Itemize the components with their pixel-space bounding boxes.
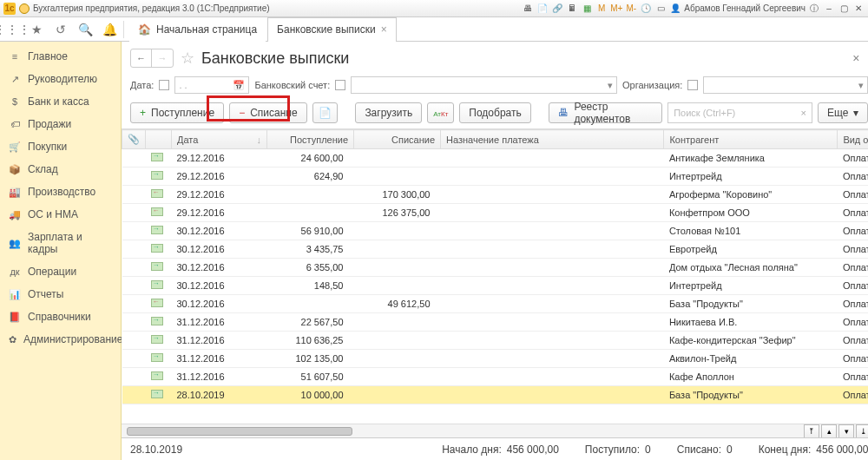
- cell-contr: Интертрейд: [664, 277, 838, 295]
- sidebar-item-reports[interactable]: 📊Отчеты: [0, 283, 121, 306]
- m-plus-icon[interactable]: M+: [610, 3, 622, 15]
- sidebar-item-assets[interactable]: 🚚ОС и НМА: [0, 203, 121, 226]
- maximize-icon[interactable]: ▢: [838, 3, 850, 15]
- scroll-down-button[interactable]: ▾: [838, 424, 854, 438]
- refresh-button[interactable]: 📄: [312, 102, 338, 123]
- m-minus-icon[interactable]: M-: [625, 3, 637, 15]
- add-expense-button[interactable]: −Списание: [229, 102, 307, 123]
- table-row[interactable]: 30.12.201649 612,50База "Продукты"Оплат: [122, 295, 869, 313]
- table-row[interactable]: 31.12.2016110 636,25Кафе-кондитерская "З…: [122, 332, 869, 350]
- cell-contr: Аквилон-Трейд: [664, 350, 838, 368]
- col-icon[interactable]: [146, 130, 172, 149]
- close-window-icon[interactable]: ✕: [852, 3, 865, 15]
- org-checkbox[interactable]: [687, 80, 698, 90]
- cell-purpose: [441, 332, 664, 350]
- clock-icon[interactable]: 🕓: [640, 3, 652, 15]
- sidebar-item-refs[interactable]: 📕Справочники: [0, 306, 121, 328]
- sidebar-item-manager[interactable]: ↗Руководителю: [0, 68, 121, 90]
- cell-purpose: [441, 313, 664, 332]
- sidebar-item-admin[interactable]: ✿Администрирование: [0, 328, 121, 351]
- cell-purpose: [441, 149, 664, 168]
- statements-table[interactable]: 📎 Дата ↓ Поступление Списание Назначение…: [122, 129, 868, 404]
- bell-icon[interactable]: 🔔: [97, 17, 122, 42]
- minimize-icon[interactable]: –: [823, 3, 835, 15]
- col-purpose[interactable]: Назначение платежа: [441, 130, 664, 149]
- cell-op: Оплат: [838, 168, 868, 186]
- table-row[interactable]: 29.12.201624 600,00Антикафе ЗемляникаОпл…: [122, 149, 869, 168]
- calc-icon[interactable]: 🖩: [566, 3, 578, 15]
- tab-home[interactable]: 🏠 Начальная страница: [129, 17, 266, 42]
- sidebar-item-label: Зарплата и кадры: [28, 231, 112, 255]
- scroll-top-button[interactable]: ⤒: [804, 424, 819, 438]
- sidebar-item-bank[interactable]: $Банк и касса: [0, 90, 121, 113]
- nav-back[interactable]: ←: [131, 49, 152, 67]
- acct-checkbox[interactable]: [335, 80, 345, 90]
- col-out[interactable]: Списание: [354, 130, 441, 149]
- sidebar-item-stock[interactable]: 📦Склад: [0, 158, 121, 181]
- table-row[interactable]: 30.12.2016148,50ИнтертрейдОплат: [122, 277, 869, 295]
- history-icon[interactable]: ↺: [49, 17, 73, 42]
- col-in[interactable]: Поступление: [267, 130, 354, 149]
- date-input[interactable]: . .📅: [174, 76, 249, 94]
- tab-close-icon[interactable]: ×: [381, 23, 387, 36]
- col-attach[interactable]: 📎: [122, 130, 146, 149]
- org-select[interactable]: ▾: [703, 76, 868, 94]
- favorite-icon[interactable]: ★: [24, 17, 49, 42]
- sidebar-item-prod[interactable]: 🏭Производство: [0, 181, 121, 203]
- start-label: Начало дня:: [442, 444, 502, 456]
- dtkt-button[interactable]: АтКт: [427, 102, 454, 123]
- load-button[interactable]: Загрузить: [355, 102, 422, 123]
- table-row[interactable]: 29.12.2016126 375,00Конфетпром ООООплат: [122, 204, 869, 222]
- app-title: Бухгалтерия предприятия, редакция 3.0 (1…: [33, 3, 270, 13]
- sidebar-item-buy[interactable]: 🛒Покупки: [0, 135, 121, 158]
- table-row[interactable]: 31.12.2016102 135,00Аквилон-ТрейдОплат: [122, 350, 869, 368]
- nav-fwd[interactable]: →: [152, 49, 173, 67]
- print-icon[interactable]: 🖶: [522, 3, 534, 15]
- tab-bank-statements[interactable]: Банковские выписки ×: [267, 17, 397, 42]
- sidebar-item-sales[interactable]: 🏷Продажи: [0, 113, 121, 135]
- table-row[interactable]: 29.12.2016170 300,00Агроферма "Коровино"…: [122, 186, 869, 204]
- scroll-bottom-button[interactable]: ⤓: [856, 424, 868, 438]
- sidebar-item-label: Склад: [28, 163, 58, 175]
- apps-icon[interactable]: ⋮⋮⋮: [0, 17, 24, 42]
- add-income-button[interactable]: +Поступление: [130, 102, 224, 123]
- calendar-icon[interactable]: ▦: [581, 3, 593, 15]
- search-icon[interactable]: 🔍: [73, 17, 97, 42]
- save-icon[interactable]: 📄: [536, 3, 549, 15]
- sidebar-item-main[interactable]: ≡Главное: [0, 45, 121, 68]
- table-row[interactable]: 30.12.20163 435,75ЕвротрейдОплат: [122, 240, 869, 259]
- sidebar-item-ops[interactable]: дкОперации: [0, 260, 121, 283]
- table-row[interactable]: 29.12.2016624,90ИнтертрейдОплат: [122, 168, 869, 186]
- filter-row: Дата: . .📅 Банковский счет: ▾ Организаци…: [122, 73, 868, 97]
- sidebar-item-hr[interactable]: 👥Зарплата и кадры: [0, 226, 121, 260]
- close-page-icon[interactable]: ×: [852, 51, 859, 65]
- scroll-up-button[interactable]: ▴: [821, 424, 837, 438]
- col-contr[interactable]: Контрагент: [664, 130, 838, 149]
- app-menu-icon[interactable]: [19, 3, 30, 14]
- more-button[interactable]: Еще▾: [818, 102, 868, 123]
- scroll-thumb[interactable]: [127, 427, 352, 436]
- col-date[interactable]: Дата ↓: [172, 130, 267, 149]
- acct-select[interactable]: ▾: [351, 76, 617, 94]
- pick-button[interactable]: Подобрать: [459, 102, 530, 123]
- cell-out: [354, 313, 441, 332]
- info-icon[interactable]: ⓘ: [808, 3, 820, 15]
- date-checkbox[interactable]: [159, 80, 169, 90]
- col-op[interactable]: Вид о: [838, 130, 868, 149]
- window-icon[interactable]: ▭: [654, 3, 667, 15]
- calendar-icon[interactable]: 📅: [233, 80, 245, 91]
- link-icon[interactable]: 🔗: [551, 3, 563, 15]
- table-row[interactable]: 28.10.201910 000,00База "Продукты"Оплат: [122, 386, 869, 404]
- m-icon[interactable]: M: [595, 3, 608, 15]
- table-row[interactable]: 30.12.20166 355,00Дом отдыха "Лесная пол…: [122, 259, 869, 277]
- favorite-star-icon[interactable]: ☆: [181, 49, 194, 68]
- registry-button[interactable]: 🖶Реестр документов: [549, 102, 662, 123]
- table-row[interactable]: 31.12.201651 607,50Кафе АполлонОплат: [122, 368, 869, 386]
- in-val: 0: [645, 444, 651, 456]
- h-scrollbar[interactable]: ⤒ ▴ ▾ ⤓: [122, 424, 868, 437]
- table-row[interactable]: 30.12.201656 910,00Столовая №101Оплат: [122, 222, 869, 240]
- cell-contr: Никитаева И.В.: [664, 313, 838, 332]
- table-row[interactable]: 31.12.201622 567,50Никитаева И.В.Оплат: [122, 313, 869, 332]
- clear-icon[interactable]: ×: [801, 108, 806, 118]
- search-input[interactable]: Поиск (Ctrl+F)×: [667, 102, 812, 123]
